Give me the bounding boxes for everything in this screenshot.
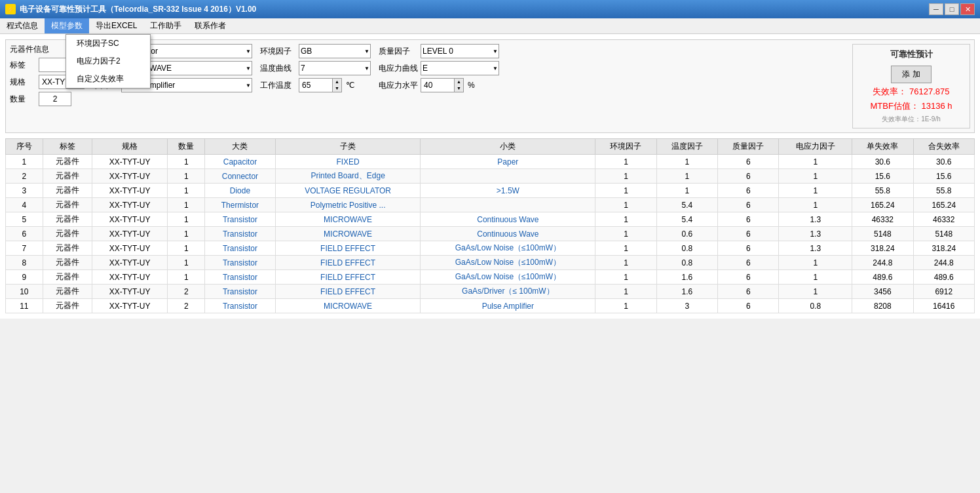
- table-cell: VOLTAGE REGULATOR: [275, 184, 421, 198]
- table-cell: Transistor: [205, 212, 276, 227]
- table-cell: Transistor: [205, 256, 276, 270]
- table-cell: 1.3: [779, 227, 852, 241]
- table-cell: FIELD EFFECT: [275, 270, 421, 285]
- col-quality: 质量因子: [718, 139, 779, 155]
- close-button[interactable]: ✕: [960, 3, 975, 15]
- table-cell: 9: [6, 270, 43, 285]
- table-cell: XX-TYT-UY: [92, 212, 168, 227]
- table-row[interactable]: 11元器件XX-TYT-UY2TransistorMICROWAVEPulse …: [6, 299, 975, 313]
- table-row[interactable]: 4元器件XX-TYT-UY1ThermistorPolymetric Posit…: [6, 198, 975, 212]
- table-cell: Diode: [205, 184, 276, 198]
- work-temp-unit: ℃: [346, 81, 354, 90]
- col-qty: 数量: [168, 139, 205, 155]
- col-tag: 标签: [43, 139, 92, 155]
- table-cell: 1: [595, 184, 656, 198]
- maximize-button[interactable]: □: [945, 3, 959, 15]
- menu-contact-author[interactable]: 联系作者: [188, 18, 233, 33]
- table-row[interactable]: 5元器件XX-TYT-UY1TransistorMICROWAVEContinu…: [6, 212, 975, 227]
- table-cell: 489.6: [913, 270, 974, 285]
- stress-curve-select[interactable]: E: [421, 61, 499, 75]
- table-row[interactable]: 7元器件XX-TYT-UY1TransistorFIELD EFFECTGaAs…: [6, 241, 975, 256]
- table-cell: Polymetric Positive ...: [275, 198, 421, 212]
- work-temp-down[interactable]: ▼: [333, 85, 341, 92]
- col-env: 环境因子: [595, 139, 656, 155]
- table-cell: [421, 198, 595, 212]
- table-cell: MICROWAVE: [275, 212, 421, 227]
- table-cell: 1: [595, 256, 656, 270]
- temp-curve-label: 温度曲线: [260, 63, 296, 74]
- table-row[interactable]: 6元器件XX-TYT-UY1TransistorMICROWAVEContinu…: [6, 227, 975, 241]
- table-cell: FIELD EFFECT: [275, 256, 421, 270]
- table-cell: 165.24: [852, 198, 913, 212]
- table-row[interactable]: 2元器件XX-TYT-UY1ConnectorPrinted Board、Edg…: [6, 169, 975, 184]
- table-cell: 16416: [913, 299, 974, 313]
- table-cell: 5148: [913, 227, 974, 241]
- table-row[interactable]: 3元器件XX-TYT-UY1DiodeVOLTAGE REGULATOR>1.5…: [6, 184, 975, 198]
- table-cell: 7: [6, 241, 43, 256]
- table-row[interactable]: 8元器件XX-TYT-UY1TransistorFIELD EFFECTGaAs…: [6, 256, 975, 270]
- mtbf-value: 13136 h: [922, 101, 952, 111]
- env-factor-select-wrapper: GB: [299, 44, 371, 58]
- table-cell: 元器件: [43, 198, 92, 212]
- table-cell: 1: [779, 169, 852, 184]
- menu-work-helper[interactable]: 工作助手: [143, 18, 188, 33]
- predict-note: 失效率单位：1E-9/h: [857, 115, 966, 124]
- temp-curve-select[interactable]: 7: [299, 61, 371, 75]
- table-cell: 244.8: [852, 256, 913, 270]
- menu-bar: 程式信息 模型参数 导出EXCEL 工作助手 联系作者: [0, 18, 980, 34]
- right-panel: 质量因子 LEVEL 0 电应力曲线 E 电应力水平: [379, 44, 499, 92]
- table-cell: 3: [656, 299, 717, 313]
- stress-level-up[interactable]: ▲: [455, 79, 463, 85]
- minimize-button[interactable]: ─: [929, 3, 943, 15]
- table-cell: 1: [779, 198, 852, 212]
- menu-export-excel[interactable]: 导出EXCEL: [89, 18, 143, 33]
- table-cell: 0.8: [779, 299, 852, 313]
- stress-level-spinners: ▲ ▼: [454, 79, 463, 92]
- table-cell: Pulse Amplifier: [421, 299, 595, 313]
- table-cell: 6912: [913, 285, 974, 299]
- table-row[interactable]: 9元器件XX-TYT-UY1TransistorFIELD EFFECTGaAs…: [6, 270, 975, 285]
- table-row[interactable]: 1元器件XX-TYT-UY1CapacitorFIXEDPaper116130.…: [6, 155, 975, 169]
- table-cell: 1: [168, 241, 205, 256]
- table-cell: 15.6: [852, 169, 913, 184]
- table-cell: Printed Board、Edge: [275, 169, 421, 184]
- dropdown-env-factor-sc[interactable]: 环境因子SC: [66, 35, 150, 52]
- mtbf-label: MTBF估值：: [870, 101, 918, 111]
- table-cell: 1: [595, 270, 656, 285]
- work-temp-input[interactable]: [299, 79, 332, 92]
- table-row[interactable]: 10元器件XX-TYT-UY2TransistorFIELD EFFECTGaA…: [6, 285, 975, 299]
- env-factor-select[interactable]: GB: [299, 44, 371, 58]
- table-cell: 元器件: [43, 241, 92, 256]
- qty-input[interactable]: [39, 92, 71, 106]
- add-button[interactable]: 添 加: [891, 66, 931, 83]
- table-cell: 30.6: [852, 155, 913, 169]
- menu-model-params[interactable]: 模型参数: [45, 18, 89, 33]
- table-cell: 1: [595, 285, 656, 299]
- table-cell: 1.6: [656, 270, 717, 285]
- table-cell: 元器件: [43, 299, 92, 313]
- table-cell: 6: [718, 184, 779, 198]
- dropdown-custom-fail-rate[interactable]: 自定义失效率: [66, 70, 150, 88]
- col-single-rate: 单失效率: [852, 139, 913, 155]
- work-temp-up[interactable]: ▲: [333, 79, 341, 85]
- col-sub: 子类: [275, 139, 421, 155]
- table-cell: 6: [718, 270, 779, 285]
- menu-program-info[interactable]: 程式信息: [0, 18, 45, 33]
- table-cell: XX-TYT-UY: [92, 241, 168, 256]
- quality-factor-select[interactable]: LEVEL 0: [421, 44, 499, 58]
- table-cell: 2: [6, 169, 43, 184]
- dropdown-stress-factor-2[interactable]: 电应力因子2: [66, 52, 150, 70]
- table-cell: 1: [779, 270, 852, 285]
- env-factor-label: 环境因子: [260, 46, 296, 57]
- stress-level-down[interactable]: ▼: [455, 85, 463, 92]
- table-cell: 1: [168, 227, 205, 241]
- col-stress: 电应力因子: [779, 139, 852, 155]
- table-cell: 6: [718, 155, 779, 169]
- table-cell: XX-TYT-UY: [92, 270, 168, 285]
- table-cell: >1.5W: [421, 184, 595, 198]
- table-cell: 489.6: [852, 270, 913, 285]
- window-controls: ─ □ ✕: [929, 3, 975, 15]
- stress-curve-select-wrapper: E: [421, 61, 499, 75]
- stress-level-input[interactable]: [421, 79, 454, 92]
- predict-panel-wrapper: 可靠性预计 添 加 失效率： 76127.875 MTBF估值： 13136 h…: [852, 44, 970, 128]
